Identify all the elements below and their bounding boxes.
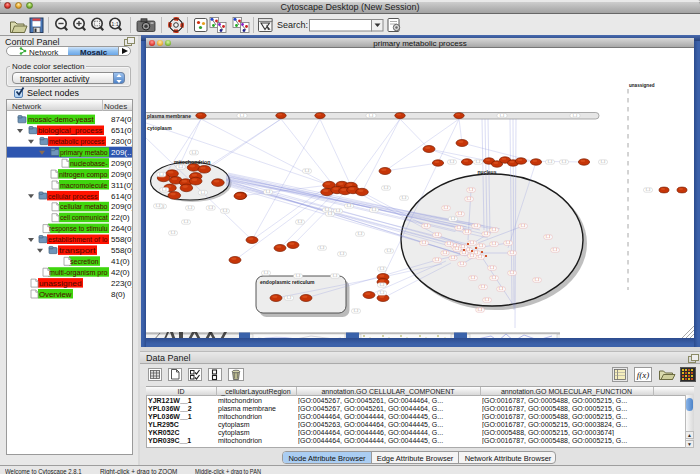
svg-text:223(0): 223(0)	[111, 279, 132, 288]
svg-text:endoplasmic reticulum: endoplasmic reticulum	[260, 279, 315, 285]
svg-text:I...I: I...I	[478, 308, 483, 312]
svg-text:I...I: I...I	[546, 235, 551, 239]
svg-text:I...I: I...I	[443, 251, 448, 255]
svg-text:I...I: I...I	[465, 230, 470, 234]
svg-text:I...I: I...I	[484, 232, 489, 236]
svg-text:I...I: I...I	[201, 191, 206, 195]
svg-text:I...I: I...I	[380, 291, 385, 295]
svg-text:42(0): 42(0)	[111, 268, 130, 277]
svg-text:I...I: I...I	[208, 206, 213, 210]
svg-text:558(0): 558(0)	[111, 235, 132, 244]
svg-text:f(x): f(x)	[637, 370, 650, 380]
svg-text:I...I: I...I	[178, 165, 183, 169]
svg-text:I...I: I...I	[156, 204, 161, 208]
svg-text:209(0): 209(0)	[111, 202, 132, 211]
svg-text:I...I: I...I	[424, 224, 429, 228]
svg-text:I...I: I...I	[573, 114, 578, 118]
svg-text:614(0): 614(0)	[111, 192, 132, 201]
svg-text:biological_process: biological_process	[38, 126, 103, 135]
svg-text:I...I: I...I	[372, 208, 377, 212]
svg-text:I...I: I...I	[462, 251, 467, 255]
svg-text:cytoplasm: cytoplasm	[147, 125, 172, 131]
svg-text:metabolic process: metabolic process	[49, 137, 105, 146]
svg-text:I...I: I...I	[601, 160, 606, 164]
svg-text:I...I: I...I	[447, 242, 452, 246]
svg-text:unassigned: unassigned	[629, 83, 655, 88]
svg-text:cellular metabo: cellular metabo	[60, 202, 108, 211]
svg-text:264(0): 264(0)	[111, 224, 132, 233]
svg-text:transport: transport	[59, 246, 96, 255]
svg-text:I...I: I...I	[460, 262, 465, 266]
svg-text:I...I: I...I	[492, 276, 497, 280]
svg-text:8(0): 8(0)	[111, 290, 126, 299]
svg-text:I...I: I...I	[347, 204, 352, 208]
svg-text:I...I: I...I	[470, 254, 475, 258]
svg-text:I...I: I...I	[455, 247, 460, 251]
svg-text:I...I: I...I	[467, 197, 472, 201]
svg-text:I...I: I...I	[458, 212, 463, 216]
svg-text:I...I: I...I	[450, 160, 455, 164]
svg-text:I...I: I...I	[492, 242, 497, 246]
svg-text:multi-organism pro: multi-organism pro	[49, 268, 108, 277]
svg-text:macromolecule: macromolecule	[60, 181, 108, 190]
svg-text:I...I: I...I	[287, 296, 292, 300]
svg-text:I...I: I...I	[333, 274, 338, 278]
svg-text:nitrogen compo: nitrogen compo	[59, 170, 108, 179]
svg-text:41(0): 41(0)	[111, 257, 130, 266]
svg-text:311(0): 311(0)	[111, 181, 132, 190]
svg-text:I...I: I...I	[510, 271, 515, 275]
svg-text:I...I: I...I	[451, 217, 456, 221]
svg-text:nucleus: nucleus	[478, 169, 497, 175]
svg-text:I...I: I...I	[159, 173, 164, 177]
svg-text:I...I: I...I	[451, 256, 456, 260]
svg-text:I...I: I...I	[492, 228, 497, 232]
svg-text:I...I: I...I	[320, 246, 325, 250]
svg-text:I...I: I...I	[535, 278, 540, 282]
svg-text:I...I: I...I	[384, 186, 389, 190]
svg-text:I...I: I...I	[402, 196, 407, 200]
svg-text:I...I: I...I	[457, 226, 462, 230]
svg-text:plasma membrane: plasma membrane	[147, 113, 191, 119]
svg-text:Search:: Search:	[277, 20, 308, 30]
svg-text:I...I: I...I	[340, 252, 345, 256]
svg-text:I...I: I...I	[444, 206, 449, 210]
svg-text:mitochondrion: mitochondrion	[174, 159, 210, 165]
svg-text:Overview: Overview	[39, 290, 72, 299]
svg-text:I...I: I...I	[358, 232, 363, 236]
svg-text:I...I: I...I	[490, 266, 495, 270]
svg-text:cellular process: cellular process	[48, 192, 98, 201]
svg-text:establishment of lo: establishment of lo	[48, 235, 108, 244]
svg-text:I...I: I...I	[380, 283, 385, 287]
svg-text:I...I: I...I	[264, 271, 269, 275]
svg-text:I...I: I...I	[184, 220, 189, 224]
svg-text:I...I: I...I	[461, 245, 466, 249]
svg-text:I...I: I...I	[470, 241, 475, 245]
svg-text:I...I: I...I	[469, 188, 474, 192]
svg-text:I...I: I...I	[223, 209, 228, 213]
svg-text:558(0): 558(0)	[111, 246, 132, 255]
svg-text:209(0): 209(0)	[111, 159, 132, 168]
svg-text:I...I: I...I	[296, 274, 301, 278]
svg-text:I...I: I...I	[500, 114, 505, 118]
svg-text:651(0): 651(0)	[111, 126, 132, 135]
svg-text:I...I: I...I	[298, 220, 303, 224]
svg-text:I...I: I...I	[435, 233, 440, 237]
svg-text:I...I: I...I	[562, 160, 567, 164]
svg-text:primary metabo: primary metabo	[60, 148, 108, 157]
svg-text:nucleobase-: nucleobase-	[70, 159, 108, 168]
svg-text:mosaic-demo-yeast: mosaic-demo-yeast	[28, 115, 94, 124]
svg-text:1:1: 1:1	[111, 21, 119, 27]
svg-text:I...I: I...I	[162, 188, 167, 192]
svg-text:I...I: I...I	[481, 285, 486, 289]
svg-text:I...I: I...I	[548, 160, 553, 164]
svg-text:I...I: I...I	[646, 188, 651, 192]
svg-text:I...I: I...I	[422, 241, 427, 245]
svg-text:I...I: I...I	[171, 231, 176, 235]
svg-text:I...I: I...I	[553, 248, 558, 252]
svg-text:I...I: I...I	[521, 224, 526, 228]
svg-text:I...I: I...I	[380, 267, 385, 271]
svg-text:I...I: I...I	[471, 276, 476, 280]
svg-text:I...I: I...I	[510, 251, 515, 255]
svg-text:209(...: 209(...	[111, 148, 132, 157]
svg-text:I...I: I...I	[478, 255, 483, 259]
